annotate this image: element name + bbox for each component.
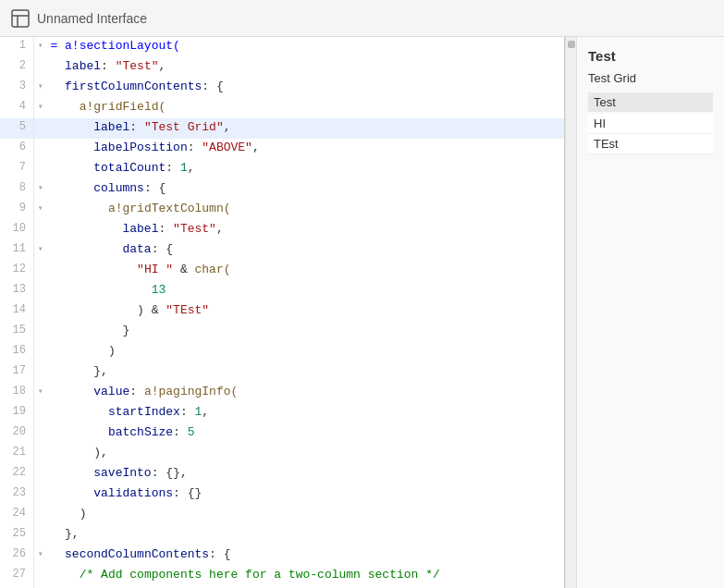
title-bar: Unnamed Interface	[0, 0, 724, 37]
preview-column-header: Test	[588, 92, 713, 112]
line-number: 7	[0, 159, 33, 179]
collapse-arrow	[33, 322, 46, 342]
code-line[interactable]: label: "Test Grid",	[46, 118, 563, 139]
code-line[interactable]: },	[46, 525, 563, 545]
collapse-arrow	[33, 444, 46, 464]
preview-rows-container: HITEst	[588, 114, 713, 154]
line-number: 17	[0, 362, 33, 383]
collapse-arrow	[33, 261, 46, 281]
code-line[interactable]: label: "Test",	[46, 57, 563, 78]
code-line[interactable]: data: {	[46, 240, 563, 261]
line-number: 11	[0, 240, 33, 261]
collapse-arrow	[33, 342, 46, 362]
collapse-arrow[interactable]: ▾	[33, 240, 46, 261]
preview-row: HI	[588, 114, 713, 134]
line-number: 3	[0, 78, 33, 98]
main-area: 1▾= a!sectionLayout(2 label: "Test",3▾ f…	[0, 37, 724, 588]
collapse-arrow[interactable]: ▾	[33, 98, 46, 118]
code-line[interactable]: batchSize: 5	[46, 423, 563, 444]
line-number: 4	[0, 98, 33, 118]
collapse-arrow[interactable]: ▾	[33, 545, 46, 566]
code-line[interactable]: )	[46, 505, 563, 525]
collapse-arrow	[33, 139, 46, 159]
code-line[interactable]: },	[46, 362, 563, 383]
collapse-arrow[interactable]: ▾	[33, 37, 46, 57]
line-number: 25	[0, 525, 33, 545]
code-line[interactable]: ),	[46, 444, 563, 464]
scrollbar-thumb[interactable]	[568, 41, 575, 48]
scrollbar[interactable]	[565, 37, 576, 588]
preview-grid-label: Test Grid	[588, 71, 713, 85]
collapse-arrow	[33, 220, 46, 240]
collapse-arrow	[33, 403, 46, 423]
collapse-arrow[interactable]: ▾	[33, 179, 46, 200]
collapse-arrow	[33, 464, 46, 484]
line-number: 23	[0, 484, 33, 505]
collapse-arrow[interactable]: ▾	[33, 78, 46, 98]
line-number: 21	[0, 444, 33, 464]
code-table: 1▾= a!sectionLayout(2 label: "Test",3▾ f…	[0, 37, 564, 588]
code-line[interactable]: labelPosition: "ABOVE",	[46, 139, 563, 159]
code-line[interactable]: saveInto: {},	[46, 464, 563, 484]
code-line[interactable]: value: a!pagingInfo(	[46, 383, 563, 403]
line-number: 6	[0, 139, 33, 159]
line-number: 20	[0, 423, 33, 444]
line-number: 1	[0, 37, 33, 57]
collapse-arrow[interactable]: ▾	[33, 200, 46, 220]
line-number: 13	[0, 281, 33, 301]
collapse-arrow	[33, 159, 46, 179]
code-line[interactable]: = a!sectionLayout(	[46, 37, 563, 57]
app-title: Unnamed Interface	[37, 11, 147, 26]
collapse-arrow[interactable]: ▾	[33, 383, 46, 403]
code-line[interactable]: 13	[46, 281, 563, 301]
collapse-arrow	[33, 57, 46, 78]
line-number: 24	[0, 505, 33, 525]
line-number: 9	[0, 200, 33, 220]
collapse-arrow	[33, 566, 46, 586]
collapse-arrow	[33, 484, 46, 505]
line-number: 10	[0, 220, 33, 240]
code-line[interactable]: }	[46, 322, 563, 342]
code-line[interactable]: firstColumnContents: {	[46, 78, 563, 98]
line-number: 5	[0, 118, 33, 139]
interface-icon	[11, 9, 30, 28]
collapse-arrow	[33, 281, 46, 301]
code-line[interactable]: /* Add components here for a two-column …	[46, 566, 563, 586]
svg-rect-0	[12, 10, 29, 27]
code-line[interactable]: totalCount: 1,	[46, 159, 563, 179]
line-number: 26	[0, 545, 33, 566]
collapse-arrow	[33, 423, 46, 444]
line-number: 14	[0, 301, 33, 322]
preview-panel: Test Test Grid Test HITEst	[576, 37, 724, 588]
code-line[interactable]: ) & "TEst"	[46, 301, 563, 322]
line-number: 27	[0, 566, 33, 586]
collapse-arrow	[33, 118, 46, 139]
code-editor[interactable]: 1▾= a!sectionLayout(2 label: "Test",3▾ f…	[0, 37, 565, 588]
code-line[interactable]: columns: {	[46, 179, 563, 200]
line-number: 8	[0, 179, 33, 200]
line-number: 12	[0, 261, 33, 281]
code-line[interactable]: startIndex: 1,	[46, 403, 563, 423]
collapse-arrow	[33, 505, 46, 525]
line-number: 16	[0, 342, 33, 362]
line-number: 19	[0, 403, 33, 423]
code-line[interactable]: a!gridTextColumn(	[46, 200, 563, 220]
collapse-arrow	[33, 525, 46, 545]
line-number: 2	[0, 57, 33, 78]
preview-title: Test	[588, 48, 713, 64]
line-number: 15	[0, 322, 33, 342]
code-line[interactable]: validations: {}	[46, 484, 563, 505]
code-line[interactable]: )	[46, 342, 563, 362]
code-line[interactable]: secondColumnContents: {	[46, 545, 563, 566]
code-line[interactable]: "HI " & char(	[46, 261, 563, 281]
preview-row: TEst	[588, 134, 713, 154]
collapse-arrow	[33, 301, 46, 322]
code-line[interactable]: a!gridField(	[46, 98, 563, 118]
line-number: 22	[0, 464, 33, 484]
line-number: 18	[0, 383, 33, 403]
collapse-arrow	[33, 362, 46, 383]
code-line[interactable]: label: "Test",	[46, 220, 563, 240]
